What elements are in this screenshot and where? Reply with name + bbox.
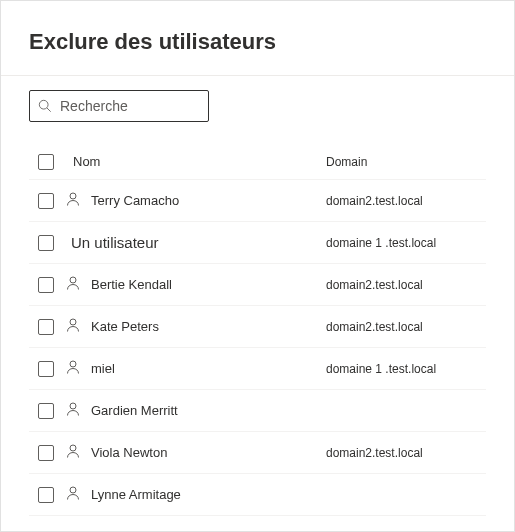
person-icon <box>65 443 81 462</box>
page-title: Exclure des utilisateurs <box>29 29 486 55</box>
svg-point-7 <box>70 445 76 451</box>
person-icon <box>65 485 81 504</box>
table-row[interactable]: Un utilisateurdomaine 1 .test.local <box>29 222 486 264</box>
column-header-name[interactable]: Nom <box>63 154 326 169</box>
row-checkbox[interactable] <box>38 277 54 293</box>
user-name: Un utilisateur <box>71 234 159 251</box>
user-list: Terry Camachodomain2.test.localUn utilis… <box>29 180 486 516</box>
svg-point-3 <box>70 277 76 283</box>
row-checkbox[interactable] <box>38 487 54 503</box>
row-checkbox[interactable] <box>38 235 54 251</box>
table-row[interactable]: Terry Camachodomain2.test.local <box>29 180 486 222</box>
user-domain: domain2.test.local <box>326 194 486 208</box>
user-name: Terry Camacho <box>91 193 179 208</box>
person-icon <box>65 275 81 294</box>
svg-point-2 <box>70 193 76 199</box>
table-row[interactable]: Viola Newtondomain2.test.local <box>29 432 486 474</box>
user-domain: domaine 1 .test.local <box>326 236 486 250</box>
person-icon <box>65 191 81 210</box>
column-header-domain[interactable]: Domain <box>326 155 486 169</box>
row-checkbox[interactable] <box>38 403 54 419</box>
user-name: miel <box>91 361 115 376</box>
user-name: Kate Peters <box>91 319 159 334</box>
search-input[interactable] <box>58 97 200 115</box>
user-domain: domain2.test.local <box>326 320 486 334</box>
person-icon <box>65 359 81 378</box>
table-row[interactable]: Gardien Merritt <box>29 390 486 432</box>
divider <box>1 75 514 76</box>
person-icon <box>65 401 81 420</box>
svg-point-5 <box>70 361 76 367</box>
svg-point-0 <box>39 100 48 109</box>
svg-line-1 <box>47 108 51 112</box>
user-domain: domaine 1 .test.local <box>326 362 486 376</box>
user-name: Lynne Armitage <box>91 487 181 502</box>
person-icon <box>65 317 81 336</box>
table-header: Nom Domain <box>29 144 486 180</box>
table-row[interactable]: Bertie Kendalldomain2.test.local <box>29 264 486 306</box>
search-box[interactable] <box>29 90 209 122</box>
user-domain: domain2.test.local <box>326 446 486 460</box>
table-row[interactable]: Kate Petersdomain2.test.local <box>29 306 486 348</box>
svg-point-4 <box>70 319 76 325</box>
table-row[interactable]: mieldomaine 1 .test.local <box>29 348 486 390</box>
row-checkbox[interactable] <box>38 193 54 209</box>
row-checkbox[interactable] <box>38 319 54 335</box>
row-checkbox[interactable] <box>38 361 54 377</box>
user-name: Bertie Kendall <box>91 277 172 292</box>
table-row[interactable]: Lynne Armitage <box>29 474 486 516</box>
select-all-checkbox[interactable] <box>38 154 54 170</box>
row-checkbox[interactable] <box>38 445 54 461</box>
search-icon <box>38 99 52 113</box>
user-name: Viola Newton <box>91 445 167 460</box>
svg-point-8 <box>70 487 76 493</box>
user-name: Gardien Merritt <box>91 403 178 418</box>
svg-point-6 <box>70 403 76 409</box>
user-domain: domain2.test.local <box>326 278 486 292</box>
